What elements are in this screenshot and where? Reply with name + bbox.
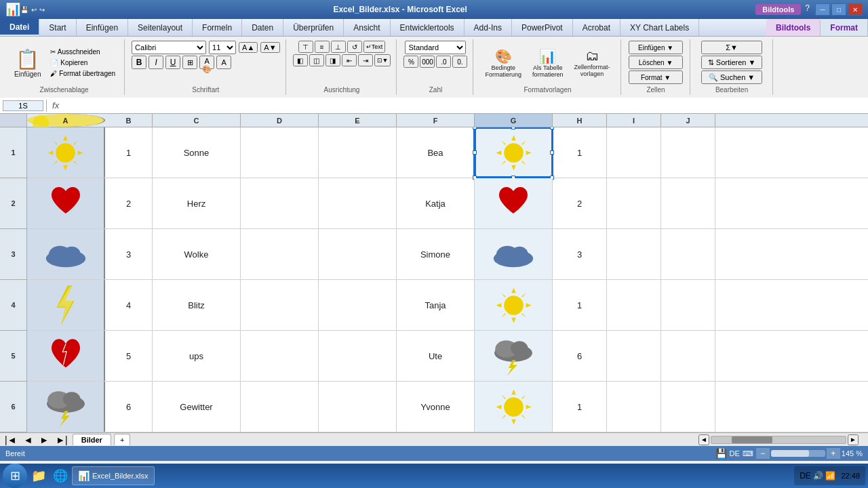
align-left-btn[interactable]: ◧ [293, 54, 308, 66]
cell-d5[interactable] [241, 331, 319, 381]
align-right-btn[interactable]: ◨ [326, 54, 340, 66]
cell-b6[interactable]: 6 [105, 382, 153, 432]
cell-b2[interactable]: 2 [105, 178, 153, 228]
cell-d3[interactable] [241, 229, 319, 279]
cell-a4[interactable] [27, 280, 105, 330]
tab-nav-first[interactable]: |◄ [3, 434, 19, 445]
cell-b1[interactable]: 1 [105, 127, 153, 178]
cell-h5[interactable]: 6 [553, 331, 607, 381]
tab-ansicht[interactable]: Ansicht [344, 19, 390, 36]
taskbar-excel[interactable]: 📊 Excel_Bilder.xlsx [72, 466, 155, 485]
sheet-tab-bilder[interactable]: Bilder [73, 434, 111, 445]
minimize-btn[interactable]: ─ [815, 3, 830, 16]
col-header-j[interactable]: J [661, 114, 715, 127]
col-header-b[interactable]: B [105, 114, 153, 127]
cell-e3[interactable] [319, 229, 397, 279]
find-btn[interactable]: 🔍 Suchen ▼ [701, 70, 762, 84]
scroll-right-btn[interactable]: ► [848, 434, 859, 445]
cell-d1[interactable] [241, 127, 319, 178]
cell-i4[interactable] [607, 280, 661, 330]
row-header-6[interactable]: 6 [0, 382, 27, 432]
tab-acrobat[interactable]: Acrobat [573, 19, 620, 36]
tab-nav-last[interactable]: ►| [54, 434, 70, 445]
cell-c1[interactable]: Sonne [153, 127, 241, 178]
row-header-3[interactable]: 3 [0, 229, 27, 280]
cell-i1[interactable] [607, 127, 661, 178]
cell-d6[interactable] [241, 382, 319, 432]
col-header-g[interactable]: G [475, 114, 553, 127]
cell-i3[interactable] [607, 229, 661, 279]
cell-e2[interactable] [319, 178, 397, 228]
cell-b5[interactable]: 5 [105, 331, 153, 381]
tab-datei[interactable]: Datei [0, 19, 39, 36]
cell-e6[interactable] [319, 382, 397, 432]
zoom-slider[interactable] [771, 450, 825, 457]
indent-increase-btn[interactable]: ⇥ [358, 54, 373, 66]
cell-d4[interactable] [241, 280, 319, 330]
percent-btn[interactable]: % [403, 56, 418, 68]
align-middle-btn[interactable]: ≡ [315, 41, 330, 53]
cell-b4[interactable]: 4 [105, 280, 153, 330]
thousands-btn[interactable]: 000 [420, 56, 435, 68]
sum-btn[interactable]: Σ▼ [701, 41, 762, 54]
rotate-btn[interactable]: ↺ [347, 41, 362, 53]
formula-input[interactable] [64, 100, 865, 111]
decrease-decimal-btn[interactable]: 0. [452, 56, 467, 68]
cell-f3[interactable]: Simone [397, 229, 475, 279]
als-tabelle-btn[interactable]: 📊 Als Tabelleformatieren [528, 45, 568, 81]
tab-powerpivot[interactable]: PowerPivot [512, 19, 573, 36]
undo-btn[interactable]: ↩ [31, 6, 37, 14]
cell-h2[interactable]: 2 [553, 178, 607, 228]
tab-entwicklertools[interactable]: Entwicklertools [391, 19, 465, 36]
tab-xychart[interactable]: XY Chart Labels [620, 19, 699, 36]
format-uebertragen-btn[interactable]: 🖌 Format übertragen [47, 68, 119, 79]
align-top-btn[interactable]: ⊤ [298, 41, 313, 53]
start-button[interactable]: ⊞ [3, 464, 27, 488]
quick-access[interactable]: 💾 [20, 6, 28, 14]
cell-e5[interactable] [319, 331, 397, 381]
tab-nav-next[interactable]: ► [37, 434, 51, 445]
number-format-select[interactable]: Standard [405, 41, 466, 54]
cell-a2[interactable] [27, 178, 105, 228]
cell-h1[interactable]: 1 [553, 127, 607, 178]
row-header-1[interactable]: 1 [0, 127, 27, 178]
tab-seitenlayout[interactable]: Seitenlayout [128, 19, 193, 36]
cell-j6[interactable] [661, 382, 715, 432]
cell-a3[interactable] [27, 229, 105, 279]
cell-g6[interactable] [475, 382, 553, 432]
taskbar-ie[interactable]: 🌐 [50, 466, 71, 486]
italic-btn[interactable]: I [149, 56, 163, 69]
row-header-5[interactable]: 5 [0, 331, 27, 382]
cell-j1[interactable] [661, 127, 715, 178]
decrease-font-btn[interactable]: A▼ [260, 42, 279, 53]
col-header-f[interactable]: F [397, 114, 475, 127]
handle-tm[interactable] [511, 127, 515, 129]
tab-nav-prev[interactable]: ◄ [22, 434, 35, 445]
underline-btn[interactable]: U [165, 56, 180, 69]
tab-formeln[interactable]: Formeln [193, 19, 242, 36]
cell-d2[interactable] [241, 178, 319, 228]
cell-f2[interactable]: Katja [397, 178, 475, 228]
cell-h3[interactable]: 3 [553, 229, 607, 279]
tab-format[interactable]: Format [821, 19, 868, 36]
merge-btn[interactable]: ⊡▼ [374, 54, 391, 66]
tab-bildtools[interactable]: Bildtools [766, 19, 821, 36]
increase-decimal-btn[interactable]: .0 [436, 56, 451, 68]
col-header-a[interactable]: A [27, 114, 105, 127]
tab-start[interactable]: Start [39, 19, 76, 36]
cell-b3[interactable]: 3 [105, 229, 153, 279]
cell-c5[interactable]: ups [153, 331, 241, 381]
cell-c3[interactable]: Wolke [153, 229, 241, 279]
fill-color-btn[interactable]: A🎨 [199, 56, 214, 69]
cell-h6[interactable]: 1 [553, 382, 607, 432]
cell-a6[interactable] [27, 382, 105, 432]
taskbar-explorer[interactable]: 📁 [28, 466, 49, 486]
cell-e4[interactable] [319, 280, 397, 330]
cell-a1[interactable] [27, 127, 105, 178]
cell-j4[interactable] [661, 280, 715, 330]
zoom-in-btn[interactable]: + [827, 448, 840, 459]
insert-cells-btn[interactable]: Einfügen ▼ [629, 41, 683, 54]
cell-i6[interactable] [607, 382, 661, 432]
cell-f4[interactable]: Tanja [397, 280, 475, 330]
cell-i2[interactable] [607, 178, 661, 228]
